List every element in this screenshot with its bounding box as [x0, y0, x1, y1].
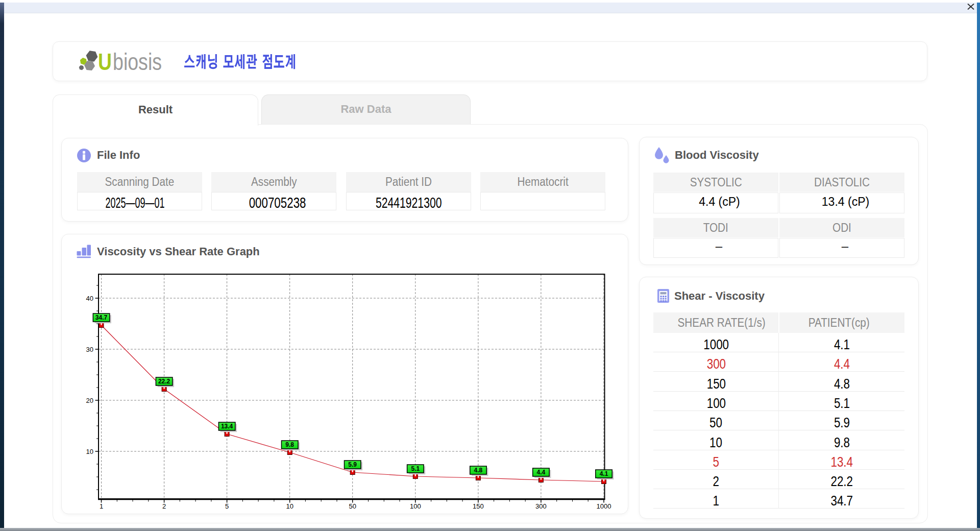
svg-text:4.1: 4.1	[600, 470, 608, 477]
svg-text:10: 10	[86, 448, 93, 455]
svg-text:5.9: 5.9	[348, 461, 357, 468]
svg-text:4.4: 4.4	[537, 469, 546, 476]
svg-text:2: 2	[162, 502, 166, 510]
svg-text:1: 1	[100, 502, 103, 510]
svg-text:300: 300	[535, 502, 547, 510]
svg-text:150: 150	[473, 502, 484, 510]
svg-text:30: 30	[86, 346, 93, 353]
svg-text:biosis: biosis	[113, 49, 162, 75]
svg-text:5.1: 5.1	[411, 465, 420, 472]
svg-text:40: 40	[86, 295, 93, 302]
svg-text:22.2: 22.2	[158, 378, 170, 385]
svg-text:10: 10	[286, 502, 293, 510]
svg-text:1000: 1000	[597, 502, 611, 510]
svg-text:13.4: 13.4	[221, 423, 233, 430]
svg-text:50: 50	[349, 502, 356, 510]
svg-text:4.8: 4.8	[474, 467, 483, 474]
svg-text:100: 100	[410, 502, 421, 510]
svg-text:U: U	[98, 49, 112, 75]
svg-text:20: 20	[86, 397, 93, 404]
svg-text:9.8: 9.8	[285, 441, 294, 448]
svg-text:34.7: 34.7	[95, 314, 108, 321]
svg-text:5: 5	[225, 502, 229, 510]
